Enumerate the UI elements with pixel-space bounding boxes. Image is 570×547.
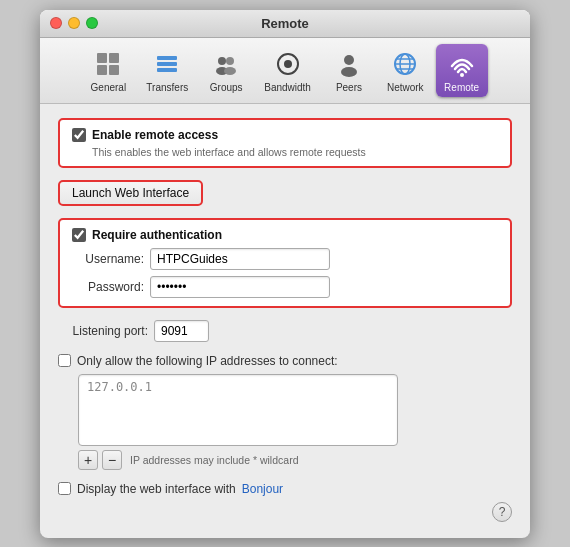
listening-port-row: Listening port: bbox=[58, 320, 512, 342]
svg-rect-5 bbox=[157, 62, 177, 66]
toolbar-item-remote[interactable]: Remote bbox=[436, 44, 488, 97]
launch-web-interface-button[interactable]: Launch Web Interface bbox=[58, 180, 203, 206]
remote-icon bbox=[446, 48, 478, 80]
svg-rect-6 bbox=[157, 68, 177, 72]
toolbar-item-general[interactable]: General bbox=[82, 44, 134, 97]
svg-rect-0 bbox=[97, 53, 107, 63]
svg-point-8 bbox=[226, 57, 234, 65]
groups-label: Groups bbox=[210, 82, 243, 93]
password-row: Password: bbox=[72, 276, 498, 298]
ip-allow-label: Only allow the following IP addresses to… bbox=[77, 354, 338, 368]
preferences-window: Remote General Transfe bbox=[40, 10, 530, 538]
svg-point-10 bbox=[224, 67, 236, 75]
password-label: Password: bbox=[72, 280, 144, 294]
toolbar-item-peers[interactable]: Peers bbox=[323, 44, 375, 97]
password-input[interactable] bbox=[150, 276, 330, 298]
ip-textarea-wrap bbox=[78, 374, 398, 446]
toolbar: General Transfers Groups bbox=[40, 38, 530, 104]
general-icon bbox=[92, 48, 124, 80]
ip-controls: + − IP addresses may include * wildcard bbox=[78, 450, 512, 470]
ip-checkbox-row: Only allow the following IP addresses to… bbox=[58, 354, 512, 368]
help-area: ? bbox=[58, 496, 512, 524]
remote-label: Remote bbox=[444, 82, 479, 93]
require-auth-row: Require authentication bbox=[72, 228, 498, 242]
svg-rect-2 bbox=[97, 65, 107, 75]
minimize-button[interactable] bbox=[68, 17, 80, 29]
content-area: Enable remote access This enables the we… bbox=[40, 104, 530, 538]
enable-remote-desc: This enables the web interface and allow… bbox=[92, 146, 498, 158]
maximize-button[interactable] bbox=[86, 17, 98, 29]
help-button[interactable]: ? bbox=[492, 502, 512, 522]
require-auth-box: Require authentication Username: Passwor… bbox=[58, 218, 512, 308]
bandwidth-icon bbox=[272, 48, 304, 80]
enable-remote-checkbox[interactable] bbox=[72, 128, 86, 142]
title-bar: Remote bbox=[40, 10, 530, 38]
svg-rect-1 bbox=[109, 53, 119, 63]
peers-icon bbox=[333, 48, 365, 80]
ip-hint: IP addresses may include * wildcard bbox=[130, 454, 298, 466]
network-icon bbox=[389, 48, 421, 80]
svg-point-7 bbox=[218, 57, 226, 65]
require-auth-label: Require authentication bbox=[92, 228, 222, 242]
transfers-label: Transfers bbox=[146, 82, 188, 93]
window-controls bbox=[50, 17, 98, 29]
svg-point-14 bbox=[341, 67, 357, 77]
ip-textarea[interactable] bbox=[79, 375, 397, 445]
username-row: Username: bbox=[72, 248, 498, 270]
close-button[interactable] bbox=[50, 17, 62, 29]
add-ip-button[interactable]: + bbox=[78, 450, 98, 470]
require-auth-checkbox[interactable] bbox=[72, 228, 86, 242]
svg-point-12 bbox=[284, 60, 292, 68]
listening-port-label: Listening port: bbox=[58, 324, 148, 338]
transfers-icon bbox=[151, 48, 183, 80]
bonjour-row: Display the web interface with Bonjour bbox=[58, 482, 512, 496]
username-label: Username: bbox=[72, 252, 144, 266]
network-label: Network bbox=[387, 82, 424, 93]
enable-remote-box: Enable remote access This enables the we… bbox=[58, 118, 512, 168]
bonjour-link[interactable]: Bonjour bbox=[242, 482, 283, 496]
general-label: General bbox=[91, 82, 127, 93]
listening-port-input[interactable] bbox=[154, 320, 209, 342]
bonjour-checkbox[interactable] bbox=[58, 482, 71, 495]
bandwidth-label: Bandwidth bbox=[264, 82, 311, 93]
svg-rect-3 bbox=[109, 65, 119, 75]
ip-allow-checkbox[interactable] bbox=[58, 354, 71, 367]
toolbar-item-transfers[interactable]: Transfers bbox=[138, 44, 196, 97]
window-title: Remote bbox=[261, 16, 309, 31]
svg-point-20 bbox=[460, 73, 464, 77]
toolbar-item-network[interactable]: Network bbox=[379, 44, 432, 97]
toolbar-item-groups[interactable]: Groups bbox=[200, 44, 252, 97]
remove-ip-button[interactable]: − bbox=[102, 450, 122, 470]
svg-rect-4 bbox=[157, 56, 177, 60]
bonjour-label: Display the web interface with bbox=[77, 482, 236, 496]
svg-point-13 bbox=[344, 55, 354, 65]
groups-icon bbox=[210, 48, 242, 80]
peers-label: Peers bbox=[336, 82, 362, 93]
ip-section: Only allow the following IP addresses to… bbox=[58, 354, 512, 470]
enable-remote-row: Enable remote access bbox=[72, 128, 498, 142]
enable-remote-label: Enable remote access bbox=[92, 128, 218, 142]
username-input[interactable] bbox=[150, 248, 330, 270]
toolbar-item-bandwidth[interactable]: Bandwidth bbox=[256, 44, 319, 97]
